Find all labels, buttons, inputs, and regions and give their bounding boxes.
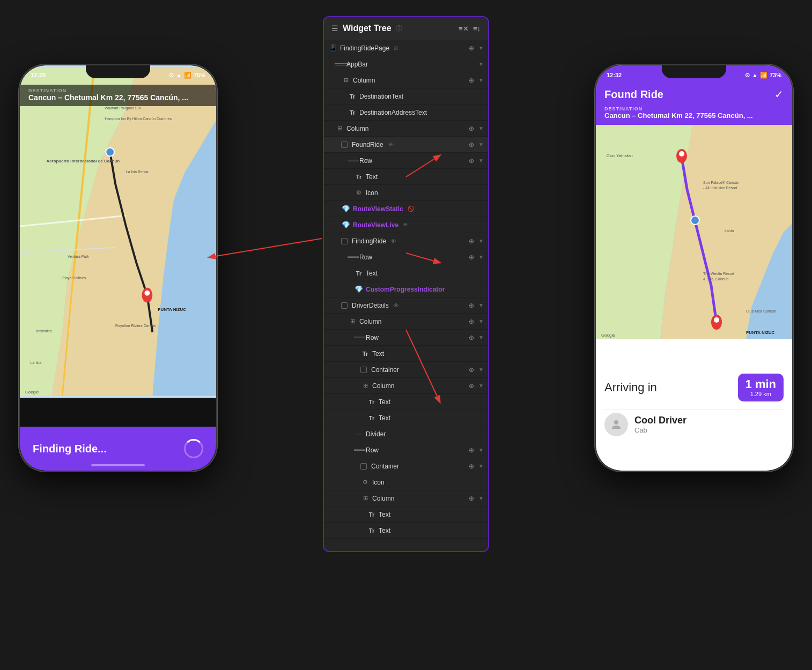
wt-row-text-foundride[interactable]: Tr Text — [324, 169, 488, 185]
wt-chevron-col-driverdetails[interactable]: ▼ — [478, 318, 484, 324]
wt-add-foundride[interactable]: ⊕ — [467, 140, 476, 150]
wt-row-row-driverdetails[interactable]: ═══ Row ⊕ ▼ — [324, 330, 488, 346]
wt-add-col-main[interactable]: ⊕ — [467, 124, 476, 133]
text-foundride-icon: Tr — [354, 174, 364, 180]
wt-label-text-foundride: Text — [366, 173, 378, 181]
left-status-icons: ⊙ ▲ 📶 75% — [169, 72, 205, 79]
findingride-eye[interactable]: 👁 — [390, 238, 396, 244]
wt-chevron-row2-driverdetails[interactable]: ▼ — [478, 447, 484, 453]
svg-text:Aeropuerto Internacional de Ca: Aeropuerto Internacional de Cancún — [46, 159, 120, 163]
wt-add-container2[interactable]: ⊕ — [467, 461, 476, 471]
wt-row-icon-row2[interactable]: ⚙ Icon — [324, 474, 488, 490]
wt-chevron-driverdetails[interactable]: ▼ — [478, 302, 484, 308]
left-phone-screen: 12:28 ⊙ ▲ 📶 75% — [20, 65, 216, 471]
wt-chevron-container2[interactable]: ▼ — [478, 463, 484, 469]
wt-row-row-findingride[interactable]: ═══ Row ⊕ ▼ — [324, 249, 488, 265]
driverdetails-eye[interactable]: 👁 — [393, 302, 399, 309]
svg-point-27 — [691, 216, 699, 225]
wt-label-col-main: Column — [346, 125, 368, 132]
wt-row-customprogress[interactable]: 💎 CustomProgressIndicator — [324, 281, 488, 297]
wt-row-foundride[interactable]: FoundRide 👁 ⊕ ▼ — [324, 137, 488, 153]
wt-label-container2: Container — [371, 463, 399, 470]
svg-text:Royalton Riviera Cancún: Royalton Riviera Cancún — [115, 324, 157, 328]
right-phone-notch — [662, 65, 726, 78]
wt-add-findingriderpage[interactable]: ⊕ — [467, 43, 476, 53]
wt-row-text-row21[interactable]: Tr Text — [324, 507, 488, 523]
left-map-svg: Aeropuerto Internacional de Cancún Playa… — [20, 65, 216, 398]
wt-row-col-inner[interactable]: ⊞ Column ⊕ ▼ — [324, 378, 488, 394]
wt-header: ☰ Widget Tree ⓘ ≡✕ ≡↕ — [324, 17, 488, 40]
right-phone-screen: 12:32 ⊙ ▲ 📶 73% Found Ride ✓ DESTINATION… — [596, 65, 792, 471]
wt-row-col-appbar[interactable]: ⊞ Column ⊕ ▼ — [324, 72, 488, 88]
wt-row-destaddrtext[interactable]: Tr DestinationAddressText — [324, 105, 488, 121]
wt-chevron-row-foundride[interactable]: ▼ — [478, 158, 484, 163]
right-status-time: 12:32 — [607, 72, 622, 78]
icon-row2-icon: ⚙ — [360, 479, 370, 486]
collapse-all-icon[interactable]: ≡✕ — [459, 25, 469, 33]
wifi-icon: ▲ — [176, 72, 182, 78]
icon-foundride-icon: ⚙ — [354, 189, 364, 196]
wt-row-text-findingride[interactable]: Tr Text — [324, 265, 488, 281]
wt-label-row-findingride: Row — [359, 254, 372, 261]
wt-add-row-driverdetails[interactable]: ⊕ — [467, 333, 476, 343]
wt-body: 📱 FindingRidePage ⊞ ⊕ ▼ ═══ AppBar ▼ — [324, 40, 488, 547]
wt-add-col-appbar[interactable]: ⊕ — [467, 76, 476, 85]
text-inner2-icon: Tr — [367, 415, 377, 421]
wt-row-driverdetails[interactable]: DriverDetails 👁 ⊕ ▼ — [324, 297, 488, 314]
wt-chevron-row-driverdetails[interactable]: ▼ — [478, 334, 484, 340]
routeviewstatic-eye-crossed[interactable]: 🚫 — [408, 206, 414, 212]
wt-row-appbar[interactable]: ═══ AppBar ▼ — [324, 56, 488, 72]
wt-add-row-findingride[interactable]: ⊕ — [467, 252, 476, 262]
foundride-eye[interactable]: 👁 — [388, 142, 394, 148]
wt-chevron-row-findingride[interactable]: ▼ — [478, 254, 484, 260]
wt-chevron-col-main[interactable]: ▼ — [478, 125, 484, 131]
wt-row-col-driverdetails[interactable]: ⊞ Column ⊕ ▼ — [324, 314, 488, 330]
wt-row-text-inner1[interactable]: Tr Text — [324, 394, 488, 410]
routeviewlive-eye[interactable]: 👁 — [403, 222, 408, 228]
wt-add-col-row2[interactable]: ⊕ — [467, 494, 476, 503]
wt-row-text-row22[interactable]: Tr Text — [324, 523, 488, 539]
svg-text:Walmart Polígono Sur: Walmart Polígono Sur — [105, 106, 141, 110]
wt-row-findingriderpage[interactable]: 📱 FindingRidePage ⊞ ⊕ ▼ — [324, 40, 488, 56]
wt-row-container2[interactable]: Container ⊕ ▼ — [324, 458, 488, 474]
svg-text:& Spa, Cancún: & Spa, Cancún — [703, 277, 728, 281]
wt-row-row-foundride[interactable]: ═══ Row ⊕ ▼ — [324, 153, 488, 169]
svg-point-26 — [679, 151, 684, 157]
wt-chevron-col-inner[interactable]: ▼ — [478, 383, 484, 389]
wt-add-row2-driverdetails[interactable]: ⊕ — [467, 445, 476, 455]
right-home-indicator — [667, 464, 721, 466]
wt-add-container-dd[interactable]: ⊕ — [467, 365, 476, 375]
wt-add-findingride[interactable]: ⊕ — [467, 236, 476, 246]
wt-row-routeviewstatic[interactable]: 💎 RouteViewStatic 🚫 — [324, 201, 488, 217]
wt-chevron-appbar[interactable]: ▼ — [478, 61, 484, 67]
wt-chevron-col-row2[interactable]: ▼ — [478, 495, 484, 501]
wt-add-col-inner[interactable]: ⊕ — [467, 381, 476, 391]
wt-row-col-main[interactable]: ⊞ Column ⊕ ▼ — [324, 121, 488, 137]
wt-row-container-dd[interactable]: Container ⊕ ▼ — [324, 362, 488, 378]
wt-label-col-appbar: Column — [353, 77, 375, 84]
wt-chevron-container-dd[interactable]: ▼ — [478, 367, 484, 373]
wt-add-row-foundride[interactable]: ⊕ — [467, 156, 476, 166]
wt-row-text-dd1[interactable]: Tr Text — [324, 346, 488, 362]
wt-row-col-row2[interactable]: ⊞ Column ⊕ ▼ — [324, 490, 488, 507]
wt-label-container-dd: Container — [371, 366, 399, 374]
wt-chevron-findingriderpage[interactable]: ▼ — [478, 45, 484, 51]
wt-row-findingride[interactable]: FindingRide 👁 ⊕ ▼ — [324, 233, 488, 249]
wt-add-col-driverdetails[interactable]: ⊕ — [467, 317, 476, 326]
wt-chevron-findingride[interactable]: ▼ — [478, 238, 484, 244]
wt-row-divider: — Divider — [324, 426, 488, 442]
wt-row-text-inner2[interactable]: Tr Text — [324, 410, 488, 426]
wt-label-appbar: AppBar — [346, 61, 368, 68]
driver-row: Cool Driver Cab — [604, 409, 784, 436]
wt-add-driverdetails[interactable]: ⊕ — [467, 301, 476, 310]
info-icon[interactable]: ⓘ — [396, 24, 402, 33]
wt-row-icon-foundride[interactable]: ⚙ Icon — [324, 185, 488, 201]
wt-chevron-foundride[interactable]: ▼ — [478, 142, 484, 147]
expand-all-icon[interactable]: ≡↕ — [473, 25, 481, 33]
wt-row-routeviewlive[interactable]: 💎 RouteViewLive 👁 — [324, 217, 488, 233]
wt-row-row2-driverdetails[interactable]: ═══ Row ⊕ ▼ — [324, 442, 488, 458]
text-inner1-icon: Tr — [367, 399, 377, 405]
wt-chevron-col-appbar[interactable]: ▼ — [478, 77, 484, 83]
driverdetails-checkbox — [341, 302, 348, 309]
wt-row-desttext[interactable]: Tr DestinationText — [324, 88, 488, 105]
